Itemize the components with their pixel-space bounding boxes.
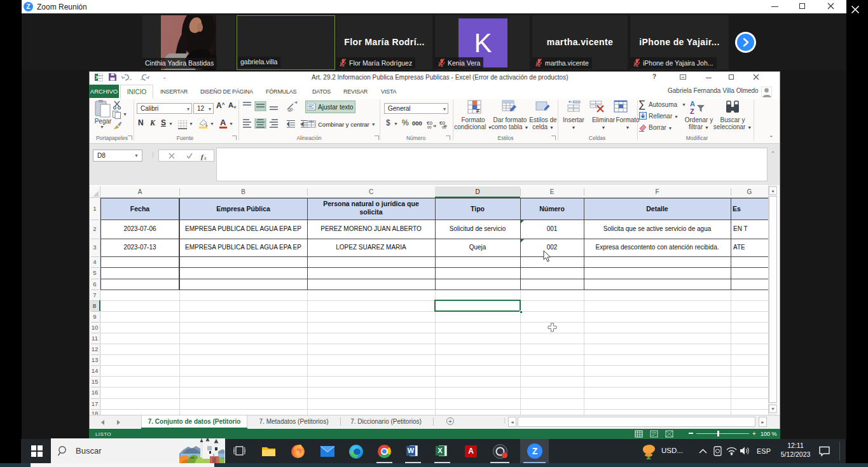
svg-text:00: 00 — [427, 125, 432, 129]
svg-text:≠: ≠ — [476, 108, 479, 114]
svg-text:x: x — [203, 155, 207, 161]
svg-text:A: A — [690, 100, 695, 108]
svg-text:Z: Z — [690, 108, 694, 115]
svg-text:ab: ab — [286, 106, 294, 112]
